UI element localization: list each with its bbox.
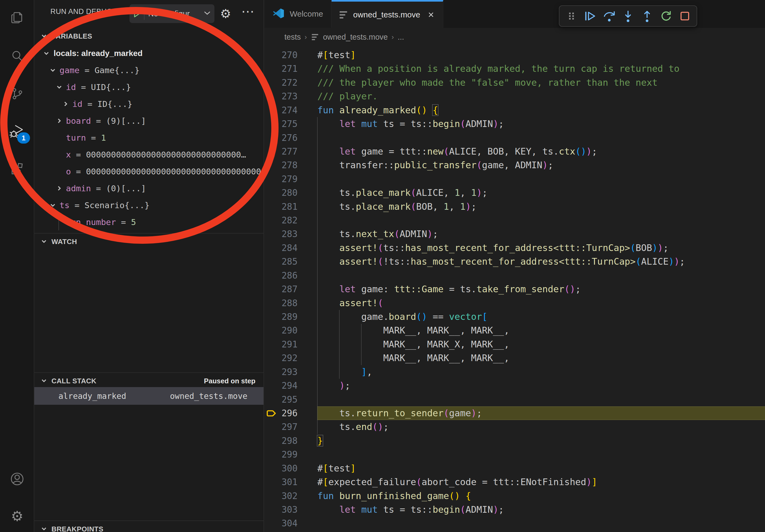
gutter[interactable]: 283 xyxy=(265,227,318,241)
line-content[interactable]: ts.place_mark(BOB, 1, 1); xyxy=(318,200,765,213)
gutter[interactable]: 290 xyxy=(265,324,318,337)
start-debug-icon[interactable] xyxy=(130,8,145,20)
close-icon[interactable] xyxy=(427,11,435,19)
code-line-283[interactable]: 283 ts.next_tx(ADMIN); xyxy=(265,227,765,241)
line-content[interactable]: fun burn_unfinished_game() { xyxy=(318,489,765,503)
gutter[interactable]: 279 xyxy=(265,172,318,186)
variables-scope-row[interactable]: locals: already_marked xyxy=(34,45,264,62)
code-line-293[interactable]: 293 ], xyxy=(265,365,765,379)
continue-icon[interactable] xyxy=(583,9,597,23)
variable-row[interactable]: txn_number = 5 xyxy=(34,213,264,230)
gutter[interactable]: 299 xyxy=(265,448,318,461)
code-line-292[interactable]: 292 MARK__, MARK__, MARK__, xyxy=(265,351,765,365)
gutter[interactable]: 289 xyxy=(265,310,318,324)
gutter[interactable]: 273 xyxy=(265,90,318,103)
code-line-280[interactable]: 280 ts.place_mark(ALICE, 1, 1); xyxy=(265,186,765,199)
line-content[interactable]: ts.place_mark(ALICE, 1, 1); xyxy=(318,186,765,199)
code-line-281[interactable]: 281 ts.place_mark(BOB, 1, 1); xyxy=(265,200,765,213)
tab-owned-tests-move[interactable]: owned_tests.move xyxy=(332,0,443,28)
gutter[interactable]: 303 xyxy=(265,503,318,516)
code-line-299[interactable]: 299 xyxy=(265,448,765,461)
call-stack-section-header[interactable]: CALL STACK Paused on step xyxy=(34,372,264,389)
line-content[interactable]: ); xyxy=(318,379,765,393)
gutter[interactable]: 302 xyxy=(265,489,318,503)
code-line-294[interactable]: 294 ); xyxy=(265,379,765,393)
code-line-300[interactable]: 300#[test] xyxy=(265,461,765,475)
line-content[interactable]: #[test] xyxy=(318,48,765,62)
code-line-302[interactable]: 302fun burn_unfinished_game() { xyxy=(265,489,765,503)
variable-row[interactable]: board = (9)[...] xyxy=(34,112,264,129)
line-content[interactable]: #[expected_failure(abort_code = ttt::ENo… xyxy=(318,475,765,489)
gutter[interactable]: 285 xyxy=(265,255,318,268)
stop-icon[interactable] xyxy=(678,9,692,23)
step-over-icon[interactable] xyxy=(602,9,616,23)
variable-row[interactable]: id = ID{...} xyxy=(34,95,264,112)
code-line-271[interactable]: 271/// When a position is already marked… xyxy=(265,62,765,76)
line-content[interactable]: } xyxy=(318,434,765,448)
breakpoints-section-header[interactable]: BREAKPOINTS xyxy=(34,520,264,532)
line-content[interactable] xyxy=(318,131,765,145)
line-content[interactable]: ], xyxy=(318,365,765,379)
chevron-right-icon[interactable] xyxy=(55,184,64,192)
line-content[interactable]: transfer::public_transfer(game, ADMIN); xyxy=(318,158,765,172)
settings-gear-icon[interactable]: ⚙ xyxy=(9,508,26,525)
gutter[interactable]: 287 xyxy=(265,282,318,296)
code-line-288[interactable]: 288 assert!( xyxy=(265,296,765,310)
debug-config-dropdown[interactable]: No Configur xyxy=(130,4,215,23)
toolbar-drag-handle[interactable] xyxy=(564,9,578,23)
code-line-301[interactable]: 301#[expected_failure(abort_code = ttt::… xyxy=(265,475,765,489)
code-line-304[interactable]: 304 xyxy=(265,516,765,530)
code-line-303[interactable]: 303 let mut ts = ts::begin(ADMIN); xyxy=(265,503,765,516)
variable-row[interactable]: game = Game{...} xyxy=(34,62,264,79)
line-content[interactable]: fun already_marked() { xyxy=(318,104,765,117)
breadcrumb-symbol[interactable]: ... xyxy=(397,33,404,42)
code-line-282[interactable]: 282 xyxy=(265,213,765,227)
breadcrumb-file[interactable]: owned_tests.move xyxy=(323,33,388,42)
chevron-right-icon[interactable] xyxy=(61,100,70,108)
step-out-icon[interactable] xyxy=(640,9,654,23)
code-line-298[interactable]: 298} xyxy=(265,434,765,448)
search-icon[interactable] xyxy=(9,48,26,65)
gutter[interactable]: 270 xyxy=(265,48,318,62)
code-line-291[interactable]: 291 MARK__, MARK_X, MARK__, xyxy=(265,338,765,351)
line-content[interactable] xyxy=(318,393,765,406)
gutter[interactable]: 281 xyxy=(265,200,318,213)
line-content[interactable]: MARK__, MARK__, MARK__, xyxy=(318,351,765,365)
step-into-icon[interactable] xyxy=(621,9,635,23)
gutter[interactable]: 272 xyxy=(265,76,318,90)
line-content[interactable]: MARK__, MARK__, MARK__, xyxy=(318,324,765,337)
gutter[interactable]: 292 xyxy=(265,351,318,365)
extensions-icon[interactable] xyxy=(9,160,26,177)
line-content[interactable]: MARK__, MARK_X, MARK__, xyxy=(318,338,765,351)
line-content[interactable]: /// When a position is already marked, t… xyxy=(318,62,765,76)
code-line-274[interactable]: 274fun already_marked() { xyxy=(265,104,765,117)
accounts-icon[interactable] xyxy=(9,470,26,487)
variable-row[interactable]: admin = (0)[...] xyxy=(34,180,264,197)
gutter[interactable]: 278 xyxy=(265,158,318,172)
code-line-273[interactable]: 273/// player. xyxy=(265,90,765,103)
code-line-279[interactable]: 279 xyxy=(265,172,765,186)
code-line-297[interactable]: 297 ts.end(); xyxy=(265,420,765,434)
line-content[interactable]: assert!(ts::has_most_recent_for_address<… xyxy=(318,241,765,255)
code-line-296[interactable]: 296 ts.return_to_sender(game); xyxy=(265,406,765,420)
line-content[interactable]: game.board() == vector[ xyxy=(318,310,765,324)
gutter[interactable]: 291 xyxy=(265,338,318,351)
chevron-right-icon[interactable] xyxy=(55,117,64,125)
code-line-272[interactable]: 272/// the player who made the "false" m… xyxy=(265,76,765,90)
gutter[interactable]: 301 xyxy=(265,475,318,489)
line-content[interactable]: ts.end(); xyxy=(318,420,765,434)
line-content[interactable]: /// the player who made the "false" move… xyxy=(318,76,765,90)
chevron-down-icon[interactable] xyxy=(42,50,51,57)
code-editor[interactable]: 270#[test]271/// When a position is alre… xyxy=(265,46,765,532)
gutter[interactable]: 275 xyxy=(265,117,318,131)
breadcrumb-folder[interactable]: tests xyxy=(285,33,301,42)
restart-icon[interactable] xyxy=(659,9,673,23)
gutter[interactable]: 277 xyxy=(265,145,318,158)
line-content[interactable]: let game = ttt::new(ALICE, BOB, KEY, ts.… xyxy=(318,145,765,158)
code-line-277[interactable]: 277 let game = ttt::new(ALICE, BOB, KEY,… xyxy=(265,145,765,158)
variable-row[interactable]: x = 0000000000000000000000000000000… xyxy=(34,146,264,163)
gutter[interactable]: 298 xyxy=(265,434,318,448)
code-line-276[interactable]: 276 xyxy=(265,131,765,145)
gutter[interactable]: 282 xyxy=(265,213,318,227)
gutter[interactable]: 288 xyxy=(265,296,318,310)
